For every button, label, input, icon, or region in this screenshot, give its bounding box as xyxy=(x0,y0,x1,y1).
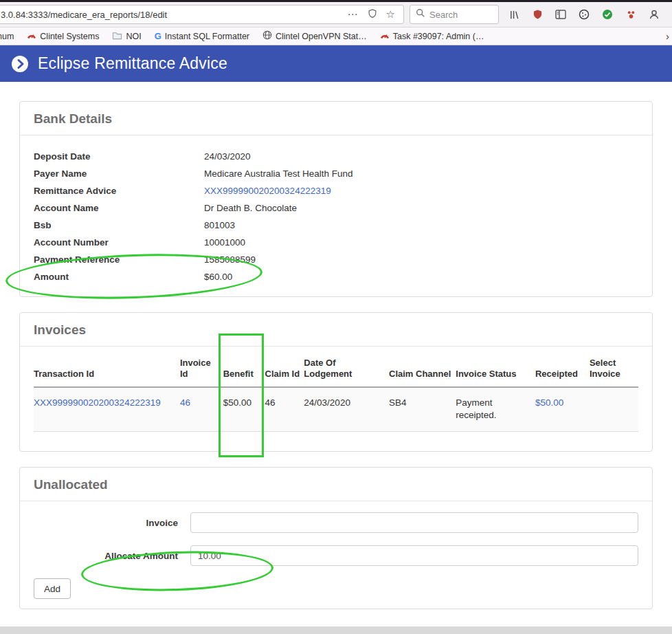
col-receipted: Receipted xyxy=(535,355,590,387)
invoices-header-row: Transaction Id Invoice Id Benefit Claim … xyxy=(34,355,638,387)
bookmark-item-noi[interactable]: NOI xyxy=(112,31,141,42)
red-paw-extension-icon[interactable] xyxy=(624,8,638,21)
invoice-status-value: Payment receipted. xyxy=(456,387,535,432)
url-text[interactable]: 3.0.84:3333/medicare_era_reports/18/edit xyxy=(0,10,348,20)
bookmark-star-icon[interactable]: ☆ xyxy=(386,8,395,21)
invoice-id-link[interactable]: 46 xyxy=(180,397,190,408)
library-icon[interactable] xyxy=(507,8,521,21)
transaction-id-link[interactable]: XXX999990020200324222319 xyxy=(34,397,161,408)
field-row-amount: Amount $60.00 xyxy=(34,268,638,285)
add-button[interactable]: Add xyxy=(34,578,71,599)
field-row-account-number: Account Number 10001000 xyxy=(34,234,638,251)
bank-details-title: Bank Details xyxy=(20,102,652,135)
allocate-amount-field-label: Allocate Amount xyxy=(34,551,190,561)
col-invoice-id: Invoice Id xyxy=(180,355,223,387)
cookie-extension-icon[interactable] xyxy=(577,8,591,21)
gauge-icon xyxy=(27,31,36,42)
unallocated-card: Unallocated Invoice Allocate Amount Add xyxy=(19,467,653,609)
page-shield-icon[interactable] xyxy=(368,8,377,21)
page-actions-icon[interactable]: ⋯ xyxy=(348,8,359,21)
invoices-title: Invoices xyxy=(20,313,652,347)
page-title: Eclipse Remittance Advice xyxy=(38,54,227,73)
invoices-card: Invoices Transaction Id Invoice Id Benef… xyxy=(19,312,653,452)
col-claim-channel: Claim Channel xyxy=(389,355,456,387)
col-invoice-status: Invoice Status xyxy=(456,355,535,387)
field-row-payment-reference: Payment Reference 1585088599 xyxy=(34,251,638,268)
allocate-amount-input[interactable] xyxy=(190,545,638,566)
url-bar[interactable]: 3.0.84:3333/medicare_era_reports/18/edit… xyxy=(0,5,404,24)
claim-id-value: 46 xyxy=(265,387,304,432)
col-benefit: Benefit xyxy=(223,355,265,387)
benefit-value: $50.00 xyxy=(223,387,265,432)
date-of-lodgement-value: 24/03/2020 xyxy=(304,387,389,432)
field-row-remittance-advice: Remittance Advice XXX9999900202003242223… xyxy=(34,182,638,199)
search-icon xyxy=(416,8,425,21)
bookmark-item-instant-sql-formatter[interactable]: G Instant SQL Formatter xyxy=(155,31,249,41)
gauge-icon xyxy=(380,31,390,42)
green-circle-extension-icon[interactable] xyxy=(601,8,614,21)
claim-channel-value: SB4 xyxy=(389,387,456,432)
search-bar[interactable]: Search xyxy=(410,5,499,24)
invoice-form-row: Invoice xyxy=(34,512,638,533)
field-row-payer-name: Payer Name Medicare Australia Test Healt… xyxy=(34,165,638,182)
bookmarks-overflow-chevron[interactable]: › xyxy=(666,30,669,42)
google-g-icon: G xyxy=(155,31,161,41)
bookmark-item-clintel-systems[interactable]: Clintel Systems xyxy=(27,31,99,42)
sidebar-icon[interactable] xyxy=(554,8,568,21)
invoice-row: XXX999990020200324222319 46 $50.00 46 24… xyxy=(34,387,638,432)
folder-icon xyxy=(112,31,122,42)
invoice-field-label: Invoice xyxy=(34,518,190,528)
globe-icon xyxy=(262,30,272,42)
field-row-bsb: Bsb 801003 xyxy=(34,217,638,234)
bookmarks-bar: num Clintel Systems NOI G Instant SQL Fo… xyxy=(0,28,672,45)
field-row-deposit-date: Deposit Date 24/03/2020 xyxy=(34,148,638,165)
col-claim-id: Claim Id xyxy=(265,355,304,387)
allocate-amount-form-row: Allocate Amount xyxy=(34,545,638,566)
search-placeholder: Search xyxy=(429,10,458,20)
app-header: Eclipse Remittance Advice xyxy=(0,45,672,82)
invoice-input[interactable] xyxy=(190,512,638,533)
col-select-invoice: Select Invoice xyxy=(590,355,638,387)
chevron-circle-icon[interactable] xyxy=(11,55,29,73)
bookmark-item-clintel-openvpn[interactable]: Clintel OpenVPN Stat… xyxy=(262,30,367,42)
window-bottom-edge xyxy=(0,626,672,634)
receipted-link[interactable]: $50.00 xyxy=(535,397,563,408)
col-date-of-lodgement: Date Of Lodgement xyxy=(304,355,389,387)
bookmark-item-task-39097[interactable]: Task #39097: Admin (… xyxy=(380,31,484,42)
browser-navbar: 3.0.84:3333/medicare_era_reports/18/edit… xyxy=(0,2,672,28)
bank-details-card: Bank Details Deposit Date 24/03/2020 Pay… xyxy=(19,101,653,297)
invoices-table: Transaction Id Invoice Id Benefit Claim … xyxy=(34,355,638,432)
remittance-advice-link[interactable]: XXX999990020200324222319 xyxy=(204,186,331,196)
account-icon[interactable] xyxy=(647,8,661,21)
unallocated-title: Unallocated xyxy=(20,468,652,501)
field-row-account-name: Account Name Dr Death B. Chocolate xyxy=(34,199,638,217)
red-shield-extension-icon[interactable] xyxy=(530,8,544,21)
select-invoice-cell xyxy=(590,387,638,432)
col-transaction-id: Transaction Id xyxy=(34,355,180,387)
bookmark-item-num[interactable]: num xyxy=(0,32,14,41)
